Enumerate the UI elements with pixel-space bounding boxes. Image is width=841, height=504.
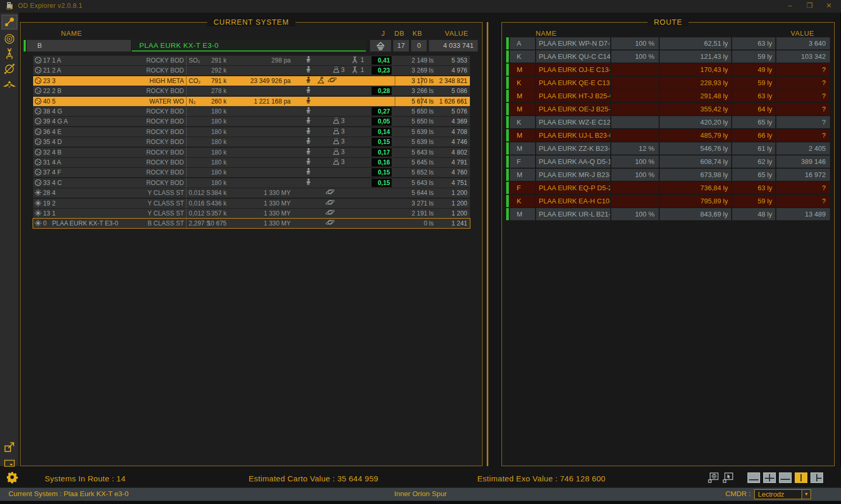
ringed-planet-icon [325,209,335,216]
route-row[interactable]: APLAA EURK WP-N D7-5100 %62,51 ly63 ly3 … [505,37,831,49]
body-row[interactable]: 384 GROCKY BOD180 k0,275 650 ls5 076 [33,107,470,116]
body-row[interactable]: 324 BROCKY BOD180 k30,175 643 ls4 802 [33,148,470,157]
route-distance: 608,74 ly [660,156,731,168]
column-divider [186,168,187,177]
sidebar-item-route[interactable] [2,15,17,29]
layout-single-button[interactable] [747,472,760,483]
route-value: ? [776,116,830,128]
route-row[interactable]: MPLAA EURK UJ-L B23-0485,79 ly66 ly? [505,129,831,141]
volcano-geo-icon [332,137,340,145]
sidebar [0,13,19,466]
system-summary-row[interactable]: B PLAA EURK KX-T E3-0 17 0 4 033 741 [24,40,478,52]
body-pressure [229,107,291,116]
body-row[interactable]: 192Y CLASS ST0,016 SM436 k1 330 MY3 271 … [33,199,470,208]
scan-progress-bar [24,40,26,52]
body-id: 0 [43,219,52,228]
body-row[interactable]: 284Y CLASS ST0,012 SM384 k1 330 MY5 644 … [33,188,470,198]
current-system-title: CURRENT SYSTEM [207,18,295,26]
cmdr-dropdown[interactable]: Lectrodz ▾ [754,489,811,499]
body-pressure: 298 pa [229,56,291,65]
bottom-info-bar: Current System : Plaa Eurk KX-T e3-0 Inn… [0,488,841,501]
sidebar-item-planets[interactable] [2,61,17,76]
route-row[interactable]: KPLAA EURK EA-H C10-3795,89 ly59 ly? [505,195,831,207]
body-id: 31 [43,158,52,167]
panel-splitter[interactable] [487,22,488,466]
planet-icon [34,138,42,146]
route-row[interactable]: MPLAA EURK ZZ-K B23-012 %546,76 ly61 ly2… [505,142,831,155]
body-row[interactable]: 374 FROCKY BOD180 k0,155 652 ls4 760 [33,168,470,177]
body-row[interactable]: 364 EROCKY BOD180 k30,145 639 ls4 708 [33,127,470,137]
region-label: Inner Orion Spur [394,490,447,498]
route-jump-distance: 65 ly [732,116,775,128]
body-type: ROCKY BOD [122,107,184,116]
visited-bar [506,90,509,102]
astronaut-landable-icon [305,97,312,104]
sidebar-item-elite[interactable] [2,77,17,91]
body-pressure [229,158,291,167]
route-row[interactable]: MPLAA EURK OJ-E C13-1170,43 ly49 ly? [505,64,831,76]
sidebar-item-exobiology[interactable] [2,46,17,61]
body-pressure: 1 330 MY [229,219,291,228]
route-row[interactable]: KPLAA EURK QU-C C14-1100 %121,43 ly59 ly… [505,50,831,63]
route-row[interactable]: KPLAA EURK QE-E C13-0228,93 ly59 ly? [505,77,831,89]
route-row[interactable]: FPLAA EURK AA-Q D5-10100 %608,74 ly62 ly… [505,156,831,168]
body-row[interactable]: 222 BROCKY BOD278 k0,283 266 ls5 086 [33,86,470,96]
visited-bar [506,129,509,141]
planet-icon [34,107,42,115]
layout-grid-button[interactable] [763,472,776,483]
title-bar[interactable]: OD Explorer v2.0.8.1 – ❐ ✕ [0,0,841,13]
body-temperature: 436 k [191,199,227,208]
popout-globe-window-icon[interactable] [707,472,719,484]
maximize-button[interactable]: ❐ [801,0,818,13]
body-value: 5 076 [422,107,467,116]
close-button[interactable]: ✕ [820,0,838,13]
route-row[interactable]: KPLAA EURK WZ-E C12-2420,20 ly65 ly? [505,116,831,128]
body-type: HIGH META [122,76,184,86]
body-pressure: 1 330 MY [229,199,291,208]
layout-column-split-button[interactable] [811,472,823,483]
body-name: 4 G A [52,117,68,126]
chevron-down-icon[interactable]: ▾ [802,490,811,499]
sidebar-item-popout[interactable] [2,439,17,454]
body-row[interactable]: 354 DROCKY BOD180 k30,155 639 ls4 746 [33,137,470,147]
body-name: 2 [52,199,56,208]
route-value: 16 972 [776,169,830,181]
route-row[interactable]: FPLAA EURK EQ-P D5-24736,84 ly63 ly? [505,182,831,194]
route-scan-percent [611,64,659,76]
route-row[interactable]: MPLAA EURK HT-J B25-0291,48 ly63 ly? [505,90,831,102]
body-row[interactable]: 314 AROCKY BOD180 k30,165 645 ls4 791 [33,158,470,167]
body-row[interactable]: 212 AROCKY BOD292 k310,233 269 ls4 976 [33,66,470,75]
col-header-db: DB [392,29,407,37]
body-row[interactable]: 0PLAA EURK KX-T E3-0B CLASS ST2,297 SM10… [33,219,470,228]
route-title: ROUTE [648,18,689,26]
layout-rows-button[interactable] [779,472,792,483]
ringed-planet-icon [325,219,335,226]
body-row[interactable]: 233HIGH METACO₂791 k23 349 926 pa3 170 l… [33,76,470,86]
astronaut-landable-icon [305,56,312,63]
route-row[interactable]: MPLAA EURK MR-J B23-1100 %673,98 ly65 ly… [505,169,831,181]
system-name-field[interactable]: PLAA EURK KX-T E3-0 [132,40,366,52]
sidebar-item-system[interactable] [2,32,17,46]
route-scan-percent: 100 % [611,208,659,220]
body-value: 1 626 661 [422,97,467,106]
body-row[interactable]: 334 CROCKY BOD180 k0,155 643 ls4 751 [33,178,470,188]
od-explorer-window: OD Explorer v2.0.8.1 – ❐ ✕ CURRENT SYSTE… [0,0,841,504]
route-row[interactable]: MPLAA EURK UR-L B21-1100 %843,69 ly48 ly… [505,208,831,220]
body-type: ROCKY BOD [122,168,184,177]
body-row[interactable]: 131Y CLASS ST0,012 SM357 k1 330 MY2 191 … [33,209,470,218]
route-star-class: K [510,116,535,128]
astronaut-landable-icon [305,76,312,84]
minimize-button[interactable]: – [781,0,799,13]
body-id: 33 [43,178,52,188]
route-row[interactable]: MPLAA EURK OE-J B25-0355,42 ly64 ly? [505,103,831,115]
layout-columns-button[interactable] [795,472,807,483]
settings-gear-icon[interactable] [6,471,18,484]
body-row[interactable]: 394 G AROCKY BOD180 k30,055 650 ls4 369 [33,117,470,126]
route-scan-percent [611,103,659,115]
popout-cursor-window-icon[interactable] [722,472,734,484]
route-star-class: M [510,208,535,220]
body-temperature: 292 k [191,66,227,75]
body-row[interactable]: 405WATER WON₂260 k1 221 168 pa5 674 ls1 … [33,97,470,106]
route-distance: 673,98 ly [660,169,731,181]
body-row[interactable]: 171 AROCKY BODSO₂291 k298 pa10,412 149 l… [33,56,470,65]
